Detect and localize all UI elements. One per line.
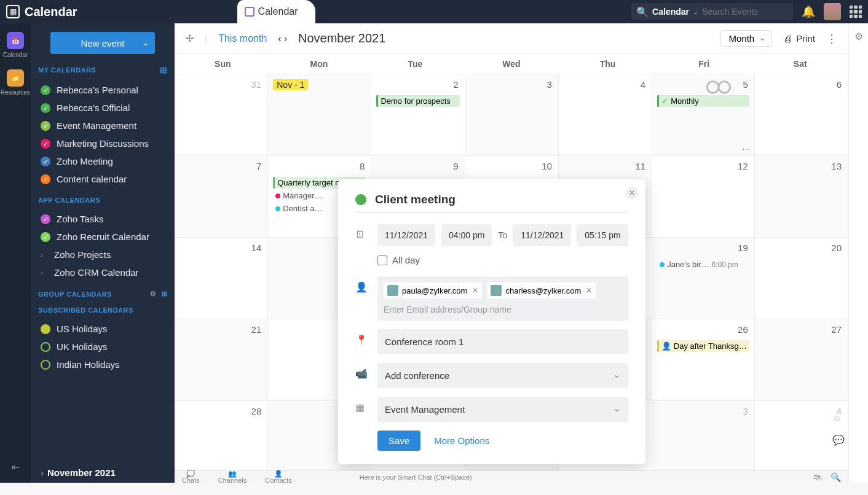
- calendar-item[interactable]: Marketing Discussions: [38, 134, 167, 152]
- chat-icon[interactable]: 💬: [832, 434, 845, 446]
- print-icon: 🖨: [783, 33, 792, 44]
- chevron-right-icon: ›: [41, 269, 50, 276]
- color-dot-icon: [41, 85, 50, 95]
- calendar-item[interactable]: › Zoho Projects: [38, 246, 167, 263]
- grid-cell[interactable]: 27: [755, 319, 848, 401]
- calendar-item[interactable]: UK Holidays: [38, 338, 167, 356]
- settings-gear-icon[interactable]: ⚙: [854, 31, 863, 42]
- attendee-chip[interactable]: paula@zylker.com ✕: [384, 283, 482, 298]
- save-button[interactable]: Save: [377, 431, 420, 451]
- calendar-item[interactable]: US Holidays: [38, 320, 167, 338]
- calendar-icon: [245, 7, 254, 17]
- more-options-link[interactable]: More Options: [434, 435, 489, 446]
- start-date-input[interactable]: 11/12/2021: [377, 224, 435, 246]
- start-time-input[interactable]: 04:00 pm: [441, 224, 492, 246]
- user-avatar[interactable]: [824, 3, 841, 20]
- attendee-chip[interactable]: charless@zylker.com ✕: [487, 283, 596, 298]
- smart-chat-hint[interactable]: Here is your Smart Chat (Ctrl+Space): [360, 474, 472, 481]
- event-color-dot[interactable]: [355, 194, 366, 205]
- event-thanksgiving[interactable]: 👤 Day after Thanksg…: [657, 340, 749, 352]
- more-menu-icon[interactable]: ⋮: [826, 32, 837, 45]
- grid-cell[interactable]: 4: [559, 74, 652, 156]
- remove-chip-icon[interactable]: ✕: [586, 286, 592, 295]
- print-button[interactable]: 🖨 Print: [783, 33, 815, 44]
- search-bar[interactable]: 🔍 Calendar ⌄: [631, 3, 793, 20]
- grid-cell[interactable]: 13: [755, 156, 848, 238]
- calendar-item[interactable]: Content calendar: [38, 170, 167, 188]
- grid-cell[interactable]: 5✓Monthly…: [652, 74, 755, 156]
- attendee-input[interactable]: Enter Email address/Group name: [384, 305, 622, 314]
- calendar-item[interactable]: Event Management: [38, 117, 167, 134]
- calendar-dropdown[interactable]: Event Management: [377, 397, 628, 422]
- grid-cell[interactable]: 21: [175, 319, 268, 401]
- close-popup-icon[interactable]: ✕: [626, 187, 638, 199]
- this-month-link[interactable]: This month: [218, 33, 267, 44]
- basket-icon[interactable]: 🛍: [813, 472, 822, 482]
- calendar-item[interactable]: Rebecca's Official: [38, 99, 167, 117]
- calendar-item[interactable]: › Zoho CRM Calendar: [38, 263, 167, 281]
- event-title-input[interactable]: Client meeting: [375, 193, 456, 206]
- attendees-box[interactable]: paula@zylker.com ✕ charless@zylker.com ✕…: [377, 276, 628, 321]
- calendar-item[interactable]: Indian Holidays: [38, 356, 167, 373]
- location-icon: 📍: [355, 334, 368, 346]
- day-header: Mon: [271, 54, 368, 74]
- calendar-item[interactable]: Rebecca's Personal: [38, 81, 167, 99]
- color-dot-icon: [41, 342, 50, 352]
- location-input[interactable]: Conference room 1: [377, 329, 628, 354]
- search-input[interactable]: [702, 7, 788, 17]
- calendar-item[interactable]: Zoho Tasks: [38, 210, 167, 228]
- grid-cell[interactable]: 20: [755, 238, 848, 319]
- collapse-sidebar-icon[interactable]: ⇤: [12, 461, 20, 473]
- event-demo[interactable]: Demo for prospects: [376, 95, 459, 107]
- prev-month-icon[interactable]: ‹: [278, 33, 281, 44]
- quick-add-icon[interactable]: ✢: [186, 33, 194, 44]
- grid-cell[interactable]: 6: [755, 74, 848, 156]
- right-rail: ⚙: [848, 23, 868, 483]
- settings-icon[interactable]: ⚙: [150, 290, 157, 298]
- grid-cell[interactable]: 31: [175, 74, 268, 156]
- end-time-input[interactable]: 05:15 pm: [577, 224, 628, 246]
- section-app-calendars: APP CALENDARS: [38, 197, 167, 204]
- remove-chip-icon[interactable]: ✕: [472, 286, 478, 295]
- grid-cell[interactable]: 19Jane's bir… 6:00 pm: [652, 238, 755, 319]
- chevron-down-icon[interactable]: ⌄: [143, 39, 149, 47]
- grid-cell[interactable]: 12: [652, 156, 755, 238]
- contacts-tab[interactable]: 👤Contacts: [265, 470, 291, 484]
- color-dot-icon: [41, 214, 50, 224]
- mini-calendar-label[interactable]: ›November 2021: [41, 467, 116, 478]
- new-event-button[interactable]: New event ⌄: [50, 32, 155, 54]
- next-month-icon[interactable]: ›: [284, 33, 287, 44]
- calendar-item[interactable]: Zoho Meeting: [38, 152, 167, 170]
- more-events-icon[interactable]: …: [742, 142, 751, 152]
- grid-cell[interactable]: 2Demo for prospects: [371, 74, 465, 156]
- zoho-logo-icon: [701, 77, 736, 98]
- notifications-icon[interactable]: 🔔: [802, 5, 815, 18]
- all-day-input[interactable]: [377, 255, 387, 265]
- rail-resources[interactable]: 📁 Resources: [1, 69, 30, 96]
- avatar-icon: [387, 285, 398, 296]
- grid-cell[interactable]: 26👤 Day after Thanksg…: [652, 319, 755, 401]
- grid-cell[interactable]: Nov - 1: [268, 74, 371, 156]
- channels-tab[interactable]: 👥Channels: [218, 470, 247, 484]
- search-bottom-icon[interactable]: 🔍: [831, 472, 841, 482]
- grid-cell[interactable]: 7: [175, 156, 268, 238]
- rail-calendar[interactable]: 📅 Calendar: [3, 32, 28, 58]
- search-scope[interactable]: Calendar: [652, 7, 689, 17]
- date-number: 26: [738, 324, 748, 335]
- date-number: 5: [743, 79, 748, 90]
- grid-cell[interactable]: 14: [175, 238, 268, 319]
- end-date-input[interactable]: 11/12/2021: [513, 224, 571, 246]
- chats-tab[interactable]: 💭Chats: [182, 470, 200, 484]
- calendar-item[interactable]: Zoho Recruit Calendar: [38, 228, 167, 246]
- view-dropdown[interactable]: Month: [720, 30, 772, 47]
- event-jane[interactable]: Jane's bir… 6:00 pm: [657, 259, 749, 270]
- grid-cell[interactable]: 3: [465, 74, 559, 156]
- conference-dropdown[interactable]: Add conference: [377, 363, 628, 388]
- brightness-icon[interactable]: ☼: [832, 412, 845, 423]
- add-group-icon[interactable]: ⊞: [162, 290, 168, 298]
- all-day-checkbox[interactable]: All day: [377, 255, 628, 265]
- calendar-toolbar: ✢ | This month ‹ › November 2021 Month 🖨…: [175, 23, 848, 54]
- apps-grid-icon[interactable]: [850, 6, 862, 18]
- tab-calendar[interactable]: Calendar: [237, 0, 315, 23]
- add-calendar-icon[interactable]: ⊞: [160, 65, 168, 75]
